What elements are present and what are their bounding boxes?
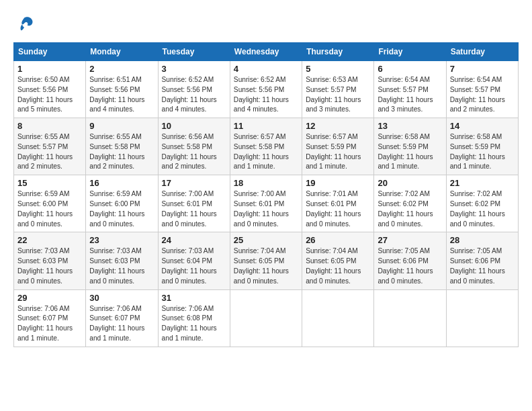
day-number: 28 [450, 235, 515, 245]
day-cell: 22 Sunrise: 7:03 AM Sunset: 6:03 PM Dayl… [14, 232, 86, 289]
day-info: Sunrise: 6:57 AM Sunset: 5:58 PM Dayligh… [234, 132, 298, 172]
day-info: Sunrise: 6:54 AM Sunset: 5:57 PM Dayligh… [450, 75, 515, 115]
day-number: 27 [378, 235, 442, 245]
day-cell: 11 Sunrise: 6:57 AM Sunset: 5:58 PM Dayl… [230, 118, 302, 175]
day-number: 24 [162, 235, 226, 245]
day-info: Sunrise: 7:04 AM Sunset: 6:05 PM Dayligh… [234, 246, 298, 286]
day-number: 21 [450, 178, 515, 188]
day-info: Sunrise: 7:04 AM Sunset: 6:05 PM Dayligh… [306, 246, 370, 286]
day-cell: 23 Sunrise: 7:03 AM Sunset: 6:03 PM Dayl… [86, 232, 158, 289]
day-info: Sunrise: 6:51 AM Sunset: 5:56 PM Dayligh… [89, 75, 154, 115]
header-cell-wednesday: Wednesday [230, 43, 302, 61]
day-info: Sunrise: 6:59 AM Sunset: 6:00 PM Dayligh… [17, 189, 82, 229]
day-cell: 27 Sunrise: 7:05 AM Sunset: 6:06 PM Dayl… [374, 232, 446, 289]
day-number: 26 [306, 235, 370, 245]
day-info: Sunrise: 6:56 AM Sunset: 5:58 PM Dayligh… [162, 132, 226, 172]
day-number: 10 [162, 121, 226, 131]
day-cell [230, 289, 302, 347]
day-number: 18 [234, 178, 298, 188]
day-info: Sunrise: 6:58 AM Sunset: 5:59 PM Dayligh… [450, 132, 515, 172]
day-info: Sunrise: 6:53 AM Sunset: 5:57 PM Dayligh… [306, 75, 370, 115]
day-number: 11 [234, 121, 298, 131]
day-number: 30 [89, 293, 154, 303]
day-number: 19 [306, 178, 370, 188]
day-info: Sunrise: 7:03 AM Sunset: 6:03 PM Dayligh… [89, 246, 154, 286]
day-cell: 2 Sunrise: 6:51 AM Sunset: 5:56 PM Dayli… [86, 61, 158, 118]
day-cell: 10 Sunrise: 6:56 AM Sunset: 5:58 PM Dayl… [158, 118, 230, 175]
day-cell: 25 Sunrise: 7:04 AM Sunset: 6:05 PM Dayl… [230, 232, 302, 289]
day-cell: 8 Sunrise: 6:55 AM Sunset: 5:57 PM Dayli… [14, 118, 86, 175]
logo-bird-icon [15, 15, 34, 34]
day-number: 20 [378, 178, 442, 188]
day-number: 17 [162, 178, 226, 188]
day-info: Sunrise: 7:03 AM Sunset: 6:03 PM Dayligh… [17, 246, 82, 286]
day-cell: 9 Sunrise: 6:55 AM Sunset: 5:58 PM Dayli… [86, 118, 158, 175]
day-cell: 4 Sunrise: 6:52 AM Sunset: 5:56 PM Dayli… [230, 61, 302, 118]
header-row: SundayMondayTuesdayWednesdayThursdayFrid… [14, 43, 519, 61]
day-number: 7 [450, 64, 515, 74]
day-number: 22 [17, 235, 82, 245]
day-info: Sunrise: 6:52 AM Sunset: 5:56 PM Dayligh… [162, 75, 226, 115]
week-row-2: 8 Sunrise: 6:55 AM Sunset: 5:57 PM Dayli… [14, 118, 519, 175]
day-info: Sunrise: 6:50 AM Sunset: 5:56 PM Dayligh… [17, 75, 82, 115]
day-info: Sunrise: 7:05 AM Sunset: 6:06 PM Dayligh… [378, 246, 442, 286]
day-info: Sunrise: 7:02 AM Sunset: 6:02 PM Dayligh… [450, 189, 515, 229]
day-number: 2 [89, 64, 154, 74]
day-info: Sunrise: 6:58 AM Sunset: 5:59 PM Dayligh… [378, 132, 442, 172]
day-cell: 31 Sunrise: 7:06 AM Sunset: 6:08 PM Dayl… [158, 289, 230, 347]
day-number: 9 [89, 121, 154, 131]
header-cell-monday: Monday [86, 43, 158, 61]
week-row-4: 22 Sunrise: 7:03 AM Sunset: 6:03 PM Dayl… [14, 232, 519, 289]
header [13, 12, 519, 37]
logo [13, 15, 34, 37]
day-number: 14 [450, 121, 515, 131]
day-info: Sunrise: 7:06 AM Sunset: 6:07 PM Dayligh… [17, 304, 82, 344]
day-number: 8 [17, 121, 82, 131]
day-info: Sunrise: 6:57 AM Sunset: 5:59 PM Dayligh… [306, 132, 370, 172]
day-cell: 17 Sunrise: 7:00 AM Sunset: 6:01 PM Dayl… [158, 175, 230, 232]
day-info: Sunrise: 6:59 AM Sunset: 6:00 PM Dayligh… [89, 189, 154, 229]
header-cell-tuesday: Tuesday [158, 43, 230, 61]
day-number: 1 [17, 64, 82, 74]
day-cell: 28 Sunrise: 7:05 AM Sunset: 6:06 PM Dayl… [446, 232, 518, 289]
day-number: 3 [162, 64, 226, 74]
day-cell: 6 Sunrise: 6:54 AM Sunset: 5:57 PM Dayli… [374, 61, 446, 118]
day-number: 12 [306, 121, 370, 131]
day-info: Sunrise: 6:55 AM Sunset: 5:58 PM Dayligh… [89, 132, 154, 172]
day-number: 25 [234, 235, 298, 245]
day-cell [374, 289, 446, 347]
day-number: 13 [378, 121, 442, 131]
day-info: Sunrise: 7:00 AM Sunset: 6:01 PM Dayligh… [162, 189, 226, 229]
day-cell: 21 Sunrise: 7:02 AM Sunset: 6:02 PM Dayl… [446, 175, 518, 232]
day-cell [302, 289, 374, 347]
header-cell-thursday: Thursday [302, 43, 374, 61]
calendar-table: SundayMondayTuesdayWednesdayThursdayFrid… [13, 42, 519, 347]
day-cell: 1 Sunrise: 6:50 AM Sunset: 5:56 PM Dayli… [14, 61, 86, 118]
day-info: Sunrise: 7:06 AM Sunset: 6:07 PM Dayligh… [89, 304, 154, 344]
day-number: 6 [378, 64, 442, 74]
day-cell: 5 Sunrise: 6:53 AM Sunset: 5:57 PM Dayli… [302, 61, 374, 118]
day-info: Sunrise: 7:03 AM Sunset: 6:04 PM Dayligh… [162, 246, 226, 286]
day-cell: 12 Sunrise: 6:57 AM Sunset: 5:59 PM Dayl… [302, 118, 374, 175]
day-cell: 30 Sunrise: 7:06 AM Sunset: 6:07 PM Dayl… [86, 289, 158, 347]
week-row-5: 29 Sunrise: 7:06 AM Sunset: 6:07 PM Dayl… [14, 289, 519, 347]
day-info: Sunrise: 7:01 AM Sunset: 6:01 PM Dayligh… [306, 189, 370, 229]
day-cell: 20 Sunrise: 7:02 AM Sunset: 6:02 PM Dayl… [374, 175, 446, 232]
day-cell: 16 Sunrise: 6:59 AM Sunset: 6:00 PM Dayl… [86, 175, 158, 232]
day-number: 15 [17, 178, 82, 188]
day-number: 29 [17, 293, 82, 303]
day-cell: 18 Sunrise: 7:00 AM Sunset: 6:01 PM Dayl… [230, 175, 302, 232]
week-row-3: 15 Sunrise: 6:59 AM Sunset: 6:00 PM Dayl… [14, 175, 519, 232]
day-cell: 15 Sunrise: 6:59 AM Sunset: 6:00 PM Dayl… [14, 175, 86, 232]
day-info: Sunrise: 6:55 AM Sunset: 5:57 PM Dayligh… [17, 132, 82, 172]
day-info: Sunrise: 7:05 AM Sunset: 6:06 PM Dayligh… [450, 246, 515, 286]
day-number: 16 [89, 178, 154, 188]
day-info: Sunrise: 6:54 AM Sunset: 5:57 PM Dayligh… [378, 75, 442, 115]
day-number: 31 [162, 293, 226, 303]
day-cell [446, 289, 518, 347]
day-cell: 19 Sunrise: 7:01 AM Sunset: 6:01 PM Dayl… [302, 175, 374, 232]
day-info: Sunrise: 6:52 AM Sunset: 5:56 PM Dayligh… [234, 75, 298, 115]
header-cell-sunday: Sunday [14, 43, 86, 61]
week-row-1: 1 Sunrise: 6:50 AM Sunset: 5:56 PM Dayli… [14, 61, 519, 118]
day-cell: 14 Sunrise: 6:58 AM Sunset: 5:59 PM Dayl… [446, 118, 518, 175]
